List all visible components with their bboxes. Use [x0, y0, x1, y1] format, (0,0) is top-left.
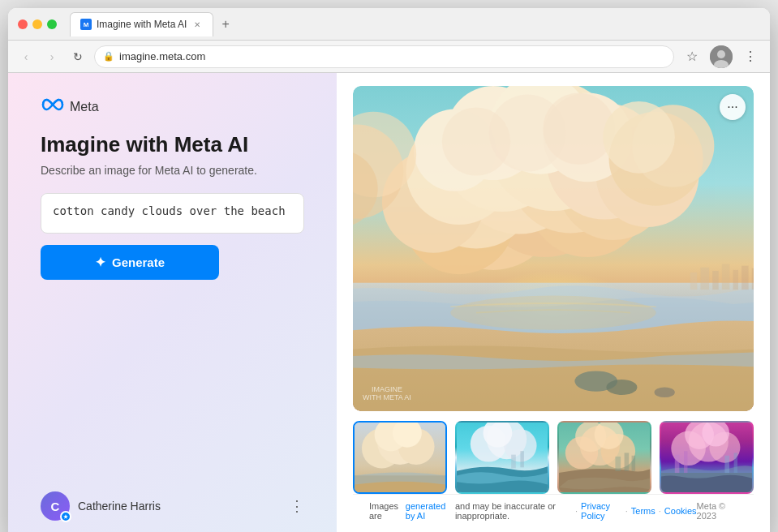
browser-menu-button[interactable]: ⋮: [739, 45, 762, 68]
user-avatar: C: [41, 491, 70, 521]
more-options-icon: ···: [727, 100, 737, 114]
svg-rect-14: [741, 266, 748, 290]
thumbnail-2[interactable]: [455, 421, 549, 494]
svg-point-8: [655, 387, 675, 397]
thumbnail-3[interactable]: [557, 421, 651, 494]
minimize-button[interactable]: [32, 19, 42, 29]
more-options-button[interactable]: ···: [720, 94, 746, 120]
forward-button[interactable]: ›: [42, 47, 62, 66]
refresh-button[interactable]: ↻: [68, 47, 88, 66]
terms-link[interactable]: Terms: [631, 506, 655, 516]
footer-disclaimer: Images are: [369, 501, 402, 521]
footer-left: Images are generated by AI and may be in…: [369, 501, 697, 521]
maximize-button[interactable]: [47, 19, 57, 29]
svg-rect-58: [511, 455, 516, 469]
main-image-container: ··· IMAGINE WITH META AI: [353, 86, 754, 411]
back-button[interactable]: ‹: [16, 47, 36, 66]
new-tab-button[interactable]: +: [217, 15, 234, 33]
svg-rect-9: [690, 272, 697, 290]
generate-button[interactable]: ✦ Generate: [41, 245, 219, 280]
tab-close-button[interactable]: ✕: [191, 19, 203, 30]
address-bar[interactable]: 🔒 imagine.meta.com: [94, 45, 674, 68]
svg-rect-10: [701, 268, 710, 290]
svg-rect-79: [734, 453, 737, 473]
browser-window: M Imagine with Meta AI ✕ + ‹ › ↻ 🔒 imagi…: [8, 8, 770, 532]
watermark-line2: WITH META AI: [363, 393, 411, 401]
svg-point-7: [606, 380, 637, 395]
user-section: C Catherine Harris ⋮: [41, 491, 304, 521]
svg-point-41: [603, 101, 675, 174]
generated-by-ai-link[interactable]: generated by AI: [406, 501, 452, 521]
tab-favicon: M: [80, 19, 92, 30]
tab-title: Imagine with Meta AI: [97, 19, 187, 30]
cookies-link[interactable]: Cookies: [664, 506, 697, 516]
svg-rect-59: [520, 451, 523, 467]
privacy-policy-link[interactable]: Privacy Policy: [581, 501, 622, 521]
browser-tab[interactable]: M Imagine with Meta AI ✕: [70, 12, 213, 36]
title-bar: M Imagine with Meta AI ✕ +: [8, 8, 770, 41]
svg-rect-11: [712, 271, 718, 290]
footer-sep-1: ·: [575, 506, 578, 516]
svg-rect-15: [752, 268, 754, 290]
footer-copyright: Meta © 2023: [697, 501, 737, 521]
svg-rect-66: [615, 457, 621, 471]
close-button[interactable]: [18, 19, 28, 29]
thumbnail-1[interactable]: [353, 421, 447, 494]
svg-rect-12: [722, 264, 729, 290]
profile-button[interactable]: [710, 45, 733, 68]
sparkle-icon: ✦: [95, 255, 105, 270]
bookmark-button[interactable]: ☆: [681, 45, 703, 68]
address-bar-row: ‹ › ↻ 🔒 imagine.meta.com ☆ ⋮: [8, 41, 770, 73]
left-panel: Meta Imagine with Meta AI Describe an im…: [8, 73, 337, 532]
footer-disclaimer-end: and may be inaccurate or inappropriate.: [455, 501, 572, 521]
tab-bar: M Imagine with Meta AI ✕ +: [70, 12, 760, 36]
user-initial: C: [51, 500, 60, 513]
svg-point-1: [717, 50, 725, 58]
svg-rect-77: [684, 451, 687, 473]
generated-image: [353, 86, 754, 411]
svg-point-37: [442, 107, 510, 175]
generate-button-label: Generate: [112, 255, 165, 269]
thumbnail-4[interactable]: [660, 421, 754, 494]
meta-logo-text: Meta: [70, 100, 99, 114]
right-panel: ··· IMAGINE WITH META AI: [337, 73, 770, 532]
user-name: Catherine Harris: [78, 500, 161, 513]
main-content: Meta Imagine with Meta AI Describe an im…: [8, 73, 770, 532]
page-title: Imagine with Meta AI: [41, 132, 304, 157]
thumbnails-row: [353, 421, 754, 494]
prompt-input[interactable]: cotton candy clouds over the beach: [41, 193, 304, 234]
user-info: C Catherine Harris: [41, 491, 161, 521]
svg-rect-13: [733, 270, 738, 290]
meta-logo: Meta: [41, 97, 304, 116]
traffic-lights: [18, 19, 57, 29]
svg-rect-78: [724, 456, 729, 473]
meta-logo-icon: [41, 97, 65, 116]
svg-rect-76: [675, 455, 680, 473]
svg-rect-68: [632, 456, 635, 471]
user-avatar-badge: [60, 511, 71, 522]
footer-sep-2: ·: [625, 506, 628, 516]
page-subtitle: Describe an image for Meta AI to generat…: [41, 164, 304, 177]
watermark: IMAGINE WITH META AI: [363, 385, 411, 401]
footer-sep-3: ·: [659, 506, 661, 516]
user-menu-button[interactable]: ⋮: [290, 497, 304, 515]
url-text: imagine.meta.com: [119, 50, 665, 62]
svg-rect-67: [625, 453, 630, 470]
lock-icon: 🔒: [103, 51, 114, 62]
watermark-line1: IMAGINE: [363, 385, 411, 393]
footer: Images are generated by AI and may be in…: [353, 494, 754, 527]
